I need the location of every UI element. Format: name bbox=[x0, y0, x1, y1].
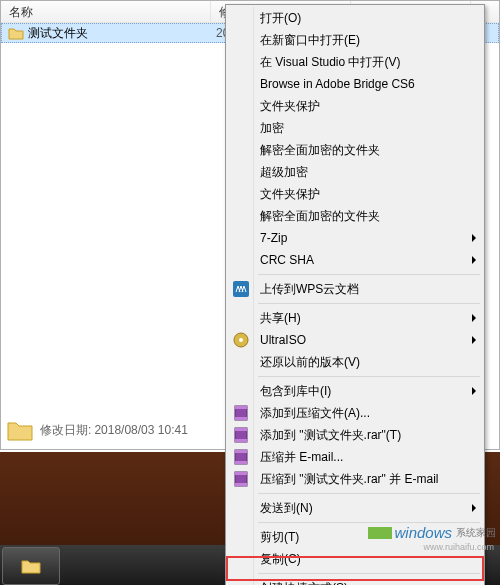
chevron-right-icon bbox=[472, 504, 476, 512]
menu-item[interactable]: 共享(H) bbox=[228, 307, 482, 329]
status-date: 修改日期: 2018/08/03 10:41 bbox=[40, 422, 188, 439]
menu-item[interactable]: 加密 bbox=[228, 117, 482, 139]
context-menu: 打开(O)在新窗口中打开(E)在 Visual Studio 中打开(V)Bro… bbox=[225, 4, 485, 585]
svg-rect-11 bbox=[235, 461, 247, 464]
menu-item[interactable]: UltraISO bbox=[228, 329, 482, 351]
menu-item[interactable]: 压缩并 E-mail... bbox=[228, 446, 482, 468]
menu-item[interactable]: 在 Visual Studio 中打开(V) bbox=[228, 51, 482, 73]
watermark-text: windows bbox=[394, 524, 452, 541]
menu-item-label: 发送到(N) bbox=[260, 500, 313, 517]
menu-item-label: 解密全面加密的文件夹 bbox=[260, 208, 380, 225]
menu-item[interactable]: 在新窗口中打开(E) bbox=[228, 29, 482, 51]
menu-item[interactable]: Browse in Adobe Bridge CS6 bbox=[228, 73, 482, 95]
menu-item[interactable]: 打开(O) bbox=[228, 7, 482, 29]
menu-item-label: 添加到 "测试文件夹.rar"(T) bbox=[260, 427, 401, 444]
folder-icon bbox=[6, 418, 34, 442]
menu-separator bbox=[258, 522, 480, 523]
menu-item-label: 压缩并 E-mail... bbox=[260, 449, 343, 466]
menu-item[interactable]: 添加到 "测试文件夹.rar"(T) bbox=[228, 424, 482, 446]
row-name: 测试文件夹 bbox=[24, 25, 212, 42]
menu-separator bbox=[258, 493, 480, 494]
menu-item-label: 在新窗口中打开(E) bbox=[260, 32, 360, 49]
chevron-right-icon bbox=[472, 387, 476, 395]
svg-point-2 bbox=[239, 338, 243, 342]
taskbar-item-explorer[interactable] bbox=[2, 547, 60, 585]
disc-icon bbox=[233, 332, 249, 348]
menu-item-label: 解密全面加密的文件夹 bbox=[260, 142, 380, 159]
rar-icon bbox=[233, 471, 249, 487]
menu-item-label: 共享(H) bbox=[260, 310, 301, 327]
menu-item-label: 压缩到 "测试文件夹.rar" 并 E-mail bbox=[260, 471, 439, 488]
menu-item[interactable]: 创建快捷方式(S) bbox=[228, 577, 482, 585]
menu-item-label: 打开(O) bbox=[260, 10, 301, 27]
menu-item-label: 文件夹保护 bbox=[260, 98, 320, 115]
svg-rect-10 bbox=[235, 450, 247, 453]
menu-item[interactable]: 发送到(N) bbox=[228, 497, 482, 519]
watermark-sub: 系统家园 bbox=[456, 526, 496, 540]
menu-item[interactable]: 上传到WPS云文档 bbox=[228, 278, 482, 300]
svg-rect-8 bbox=[235, 439, 247, 442]
watermark: windows 系统家园 bbox=[368, 524, 496, 541]
svg-rect-7 bbox=[235, 428, 247, 431]
status-bar: 修改日期: 2018/08/03 10:41 bbox=[6, 418, 188, 442]
menu-item-label: 包含到库中(I) bbox=[260, 383, 331, 400]
svg-rect-4 bbox=[235, 406, 247, 409]
menu-separator bbox=[258, 573, 480, 574]
menu-item-label: 添加到压缩文件(A)... bbox=[260, 405, 370, 422]
rar-icon bbox=[233, 405, 249, 421]
menu-item-label: UltraISO bbox=[260, 333, 306, 347]
svg-rect-13 bbox=[235, 472, 247, 475]
chevron-right-icon bbox=[472, 336, 476, 344]
menu-item[interactable]: 解密全面加密的文件夹 bbox=[228, 139, 482, 161]
rar-icon bbox=[233, 427, 249, 443]
folder-icon bbox=[8, 26, 24, 40]
menu-item-label: 7-Zip bbox=[260, 231, 287, 245]
svg-rect-5 bbox=[235, 417, 247, 420]
menu-item-label: 超级加密 bbox=[260, 164, 308, 181]
menu-separator bbox=[258, 303, 480, 304]
menu-item[interactable]: 添加到压缩文件(A)... bbox=[228, 402, 482, 424]
svg-rect-0 bbox=[233, 281, 249, 297]
chevron-right-icon bbox=[472, 256, 476, 264]
menu-item-label: 在 Visual Studio 中打开(V) bbox=[260, 54, 401, 71]
menu-item-label: 复制(C) bbox=[260, 551, 301, 568]
rar-icon bbox=[233, 449, 249, 465]
watermark-url: www.ruihaifu.com bbox=[423, 542, 494, 552]
menu-item-label: 文件夹保护 bbox=[260, 186, 320, 203]
menu-item[interactable]: 文件夹保护 bbox=[228, 95, 482, 117]
chevron-right-icon bbox=[472, 234, 476, 242]
menu-separator bbox=[258, 376, 480, 377]
menu-item-label: 创建快捷方式(S) bbox=[260, 580, 348, 586]
menu-item[interactable]: 超级加密 bbox=[228, 161, 482, 183]
menu-item[interactable]: CRC SHA bbox=[228, 249, 482, 271]
menu-item[interactable]: 文件夹保护 bbox=[228, 183, 482, 205]
menu-item-label: CRC SHA bbox=[260, 253, 314, 267]
menu-item[interactable]: 压缩到 "测试文件夹.rar" 并 E-mail bbox=[228, 468, 482, 490]
menu-item-label: Browse in Adobe Bridge CS6 bbox=[260, 77, 415, 91]
menu-item[interactable]: 解密全面加密的文件夹 bbox=[228, 205, 482, 227]
menu-item[interactable]: 包含到库中(I) bbox=[228, 380, 482, 402]
menu-item-label: 还原以前的版本(V) bbox=[260, 354, 360, 371]
chevron-right-icon bbox=[472, 314, 476, 322]
menu-item-label: 加密 bbox=[260, 120, 284, 137]
wps-icon bbox=[233, 281, 249, 297]
windows-logo-icon bbox=[368, 527, 392, 539]
menu-item-label: 剪切(T) bbox=[260, 529, 299, 546]
svg-rect-14 bbox=[235, 483, 247, 486]
menu-item[interactable]: 7-Zip bbox=[228, 227, 482, 249]
menu-separator bbox=[258, 274, 480, 275]
menu-item[interactable]: 还原以前的版本(V) bbox=[228, 351, 482, 373]
col-name[interactable]: 名称 bbox=[1, 1, 211, 22]
menu-item-label: 上传到WPS云文档 bbox=[260, 281, 359, 298]
